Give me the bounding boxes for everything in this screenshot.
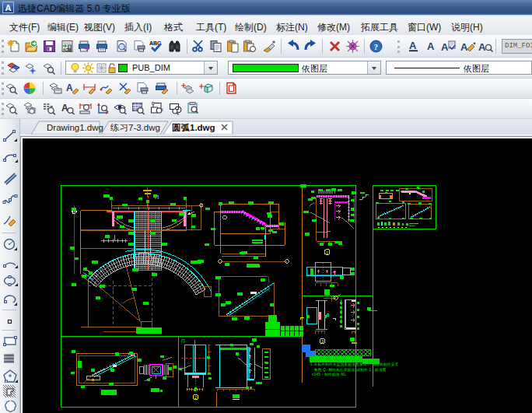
svg-text:x345 - 制作标准 ML: x345 - 制作标准 ML (312, 373, 346, 377)
svg-text:A: A (460, 41, 468, 53)
svg-text:Drawing1.dwg: Drawing1.dwg (47, 123, 103, 132)
svg-text:圆弧1.dwg: 圆弧1.dwg (172, 123, 215, 132)
svg-text:A: A (427, 40, 435, 52)
svg-text:3: 3 (321, 339, 324, 344)
svg-text:2: 2 (194, 395, 197, 400)
svg-text:A: A (441, 41, 449, 53)
svg-text:集图 Q. 钢结构公差标准 成制作 1 . 标准图: 集图 Q. 钢结构公差标准 成制作 1 . 标准图 (313, 367, 387, 373)
svg-text:1 本构件制作依据国家标准图集设计 钢结构制作安装: 1 本构件制作依据国家标准图集设计 钢结构制作安装 (310, 362, 399, 367)
svg-text:A: A (61, 103, 68, 114)
svg-text:ACIS: ACIS (63, 48, 72, 52)
svg-text:?: ? (374, 42, 379, 51)
svg-text:1: 1 (326, 250, 328, 255)
svg-text:A: A (66, 82, 73, 93)
svg-text:A: A (478, 41, 486, 53)
svg-text:练习7-3.dwg: 练习7-3.dwg (110, 123, 160, 132)
svg-text:A: A (409, 40, 417, 51)
svg-text:Π: Π (181, 338, 185, 344)
